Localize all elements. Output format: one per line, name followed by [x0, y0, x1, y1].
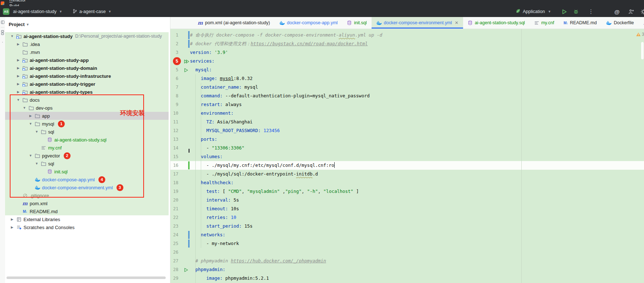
tree-item-ai-agent-station-study[interactable]: ▼ai-agent-station-studyD:\Personal_proje… [5, 32, 169, 40]
chevron-down-icon[interactable]: ▼ [33, 162, 40, 165]
run-icon[interactable] [183, 267, 189, 273]
tree-item-.idea[interactable]: ▶.idea [5, 40, 169, 48]
tree-item-docker-compose-app.yml[interactable]: docker-compose-app.yml4 [5, 176, 169, 183]
run-all-icon[interactable] [183, 58, 189, 64]
vcs-change-marker[interactable] [188, 31, 190, 39]
tree-item-docs[interactable]: ▼docs [5, 96, 169, 104]
code-text: test: [ "CMD", "mysqladmin" ,"ping", "-h… [190, 187, 359, 196]
code-line-20: 20 interval: 5s [170, 196, 644, 204]
project-selector[interactable]: ai-agent-station-study▼ [12, 9, 64, 14]
project-panel-header[interactable]: Project▼ [9, 22, 29, 27]
close-icon[interactable]: ✕ [455, 20, 458, 25]
inspections-widget[interactable]: 3 [636, 32, 644, 37]
chevron-down-icon[interactable]: ▼ [33, 130, 40, 134]
editor-tab-my.cnf[interactable]: my.cnf [530, 17, 559, 29]
editor-tab-readme.md[interactable]: M↓README.md [559, 17, 602, 29]
editor-tab-dockerfile[interactable]: Dockerfile [601, 17, 639, 29]
code-line-6: 6 image: mysql:8.0.32 [170, 74, 644, 83]
tree-item-label: pgvector [42, 153, 60, 159]
code-with-me-button[interactable] [628, 6, 634, 17]
code-text: ports: [190, 135, 217, 144]
chevron-right-icon[interactable]: ▶ [15, 82, 22, 86]
chevron-right-icon[interactable]: ▶ [9, 225, 16, 229]
db-icon [468, 20, 473, 25]
db-icon [347, 20, 352, 25]
tree-item-scratches-and-consoles[interactable]: ▶Scratches and Consoles [5, 223, 169, 231]
chevron-right-icon[interactable]: ▶ [9, 217, 16, 221]
code-text: - my-network [190, 239, 239, 248]
chevron-right-icon[interactable]: ▶ [27, 114, 34, 118]
tree-item-external-libraries[interactable]: ▶External Libraries [5, 215, 169, 223]
tree-item-ai-agent-station-study.sql[interactable]: ai-agent-station-study.sql [5, 136, 169, 144]
code-text: networks: [190, 231, 225, 239]
vcs-change-marker[interactable] [188, 231, 190, 239]
line-number: 6 [170, 74, 178, 83]
chevron-right-icon[interactable]: ▶ [15, 58, 22, 62]
tree-item-sql[interactable]: ▼sql [5, 160, 169, 168]
editor-tab-docker-compose-app.yml[interactable]: docker-compose-app.yml [275, 17, 342, 29]
debug-button[interactable] [573, 6, 579, 17]
tree-item-.gitignore[interactable]: .gitignore [5, 191, 169, 199]
annotation-step-badge: 4 [98, 176, 105, 183]
more-tools-icon[interactable]: · [0, 38, 5, 46]
tree-item-pgvector[interactable]: ▼pgvector2 [5, 152, 169, 160]
tree-item-label: ai-agent-station-study-domain [30, 66, 97, 71]
tree-item-sql[interactable]: ▼sql [5, 128, 169, 136]
vcs-change-marker[interactable] [188, 40, 190, 48]
tree-item-pom.xml[interactable]: mpom.xml [5, 199, 169, 207]
editor-tab-docker-compose-environment.yml[interactable]: docker-compose-environment.yml✕ [372, 17, 463, 29]
line-number: 18 [170, 178, 178, 187]
tree-item-ai-agent-station-study-infrastructure[interactable]: ▶ai-agent-station-study-infrastructure [5, 72, 169, 80]
settings-gear-icon[interactable] [640, 6, 644, 17]
line-number: 11 [170, 118, 178, 126]
code-text: # 命令执行 docker-compose -f docker-compose-… [190, 31, 382, 39]
project-tool-icon[interactable] [0, 18, 5, 26]
editor-tab-pom.xml[interactable]: mpom.xml (ai-agent-station-study) [639, 17, 644, 29]
chevron-down-icon[interactable]: ▼ [27, 154, 34, 157]
tree-item-label: ai-agent-station-study-infrastructure [30, 73, 111, 79]
run-config-selector[interactable]: Application ▼ [515, 6, 551, 17]
folder-icon [22, 97, 28, 103]
code-line-8: 8 command: --default-authentication-plug… [170, 92, 644, 100]
chevron-right-icon[interactable]: ▶ [15, 66, 22, 70]
tree-item-ai-agent-station-study-app[interactable]: ▶ai-agent-station-study-app [5, 56, 169, 64]
editor-tab-init.sql[interactable]: init.sql [342, 17, 371, 29]
chevron-down-icon[interactable]: ▼ [21, 106, 28, 110]
tree-item-docker-compose-environment.yml[interactable]: docker-compose-environment.yml3 [5, 183, 169, 191]
chevron-right-icon[interactable]: ▶ [15, 90, 22, 94]
vcs-change-marker[interactable] [188, 240, 190, 248]
run-button[interactable] [561, 6, 567, 17]
code-line-11: 11 TZ: Asia/Shanghai [170, 118, 644, 126]
code-line-18: 18 healthcheck: [170, 178, 644, 187]
chevron-down-icon: ▼ [108, 10, 111, 13]
branch-selector[interactable]: a-agent-case▼ [71, 9, 113, 15]
tree-item-mysql[interactable]: ▼mysql1 [5, 120, 169, 128]
chevron-right-icon[interactable]: ▶ [15, 74, 22, 78]
line-number: 21 [170, 204, 178, 213]
tree-item-ai-agent-station-study-domain[interactable]: ▶ai-agent-station-study-domain [5, 64, 169, 72]
tree-item-ai-agent-station-study-trigger[interactable]: ▶ai-agent-station-study-trigger [5, 80, 169, 88]
chevron-down-icon[interactable]: ▼ [9, 34, 16, 38]
commit-tool-icon[interactable] [0, 29, 5, 36]
scratch-icon [16, 224, 22, 230]
chevron-right-icon[interactable]: ▶ [15, 42, 22, 46]
vcs-change-marker[interactable] [188, 161, 190, 169]
tree-item-.mvn[interactable]: .mvn [5, 48, 169, 56]
editor-area[interactable]: 1# 命令执行 docker-compose -f docker-compose… [170, 17, 644, 283]
editor-tab-pom.xml[interactable]: mpom.xml (ai-agent-station-study) [193, 17, 275, 29]
project-horizontal-scrollbar[interactable] [7, 276, 166, 279]
tree-item-readme.md[interactable]: M↓README.md [5, 207, 169, 215]
menu-refactor[interactable]: Refactor [7, 0, 29, 3]
tree-item-ai-agent-station-study-types[interactable]: ▶ai-agent-station-study-types [5, 88, 169, 96]
chevron-down-icon[interactable]: ▼ [27, 122, 34, 126]
code-line-16: 16 - ./mysql/my.cnf:/etc/mysql/conf.d/my… [170, 161, 644, 170]
more-actions-button[interactable]: ⋮ [588, 6, 594, 17]
chevron-down-icon[interactable]: ▼ [15, 98, 22, 102]
tree-item-init.sql[interactable]: init.sql [5, 168, 169, 176]
docker-icon [376, 21, 382, 25]
run-icon[interactable] [183, 67, 189, 73]
editor-tab-ai-agent-station-study.sql[interactable]: ai-agent-station-study.sql [463, 17, 530, 29]
ai-assistant-button[interactable]: @ [614, 6, 620, 17]
editor-vertical-scrollbar[interactable] [641, 42, 644, 59]
tree-item-my.cnf[interactable]: my.cnf [5, 144, 169, 152]
